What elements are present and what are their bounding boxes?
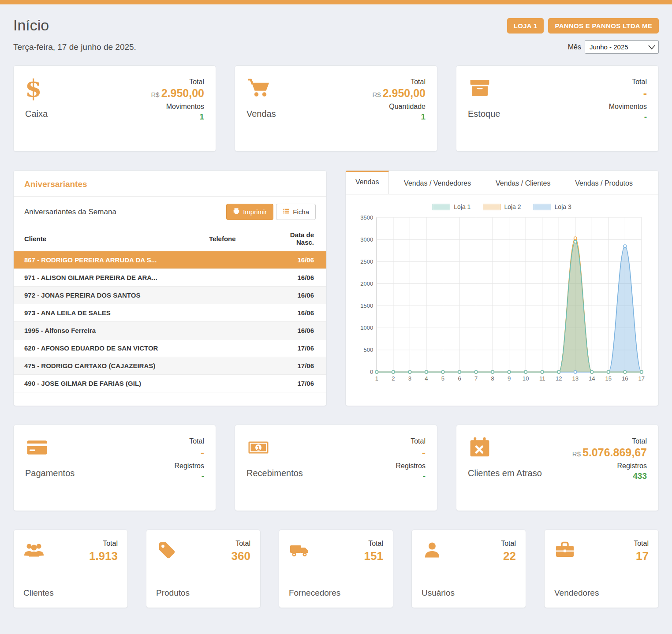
pagamentos-card: Pagamentos Total - Registros - (13, 425, 216, 511)
card-title: Estoque (468, 109, 500, 119)
month-picker: Mês Junho - 2025 (568, 40, 659, 54)
user-icon (422, 540, 443, 561)
svg-text:3: 3 (408, 375, 411, 382)
svg-text:15: 15 (605, 375, 612, 382)
header: Início LOJA 1 PANNOS E PANNOS LTDA ME (13, 11, 659, 40)
users-icon (23, 540, 45, 561)
metric-value: R$5.076.869,67 (572, 445, 647, 460)
metric-value: 1.913 (89, 549, 118, 563)
list-icon (283, 208, 290, 216)
tag-icon (156, 540, 177, 561)
clientes-card: Clientes Total 1.913 (13, 530, 128, 608)
card-title: Clientes (23, 588, 54, 598)
client-name: 973 - ANA LEILA DE SALES (14, 304, 198, 322)
card-title: Clientes em Atraso (468, 468, 542, 478)
metric-value: 360 (231, 549, 250, 563)
metric-value: - (174, 470, 204, 483)
svg-text:5: 5 (441, 375, 444, 382)
tab-vendas[interactable]: Vendas (346, 171, 389, 194)
date-row: Terça-feira, 17 de junho de 2025. Mês Ju… (13, 40, 659, 54)
chart-body: Loja 1Loja 2Loja 3 050010001500200025003… (346, 194, 658, 392)
card-title: Fornecedores (289, 588, 340, 598)
svg-text:3000: 3000 (360, 236, 373, 243)
truck-icon (289, 540, 310, 561)
metric-label: Registros (174, 462, 204, 470)
briefcase-icon (554, 540, 575, 561)
chart-tabs: Vendas Vendas / Vendedores Vendas / Clie… (346, 171, 658, 194)
client-phone (198, 304, 265, 322)
svg-text:2000: 2000 (360, 280, 373, 287)
svg-text:1000: 1000 (360, 324, 373, 331)
client-phone (198, 322, 265, 339)
legend-item[interactable]: Loja 3 (534, 203, 571, 210)
client-birthdate: 17/06 (265, 375, 326, 392)
credit-card-icon (25, 436, 49, 459)
svg-text:2500: 2500 (360, 258, 373, 265)
tab-vendas-vendedores[interactable]: Vendas / Vendedores (394, 171, 481, 194)
column-header-telefone: Telefone (198, 227, 265, 251)
cart-icon (246, 76, 270, 100)
svg-text:13: 13 (572, 375, 579, 382)
metric-label: Movimentos (609, 103, 647, 111)
birthday-row[interactable]: 620 - AFONSO EDUARDO DE SAN VICTOR 17/06 (14, 339, 326, 357)
sales-chart: 0500100015002000250030003500123456789101… (355, 211, 649, 388)
card-title: Produtos (156, 588, 190, 598)
metric-value: 151 (364, 549, 383, 563)
tab-vendas-produtos[interactable]: Vendas / Produtos (565, 171, 642, 194)
client-birthdate: 16/06 (265, 251, 326, 269)
birthday-row[interactable]: 867 - RODRIGO PEREIRA ARRUDA DA S... 16/… (14, 251, 326, 269)
birthdays-subtitle: Aniversariantes da Semana (24, 208, 116, 216)
svg-text:10: 10 (523, 375, 529, 382)
page-title: Início (13, 17, 49, 34)
client-birthdate: 17/06 (265, 339, 326, 357)
metric-value: - (396, 470, 426, 483)
birthday-row[interactable]: 475 - RODRIGO CARTAXO (CAJAZEIRAS) 17/06 (14, 357, 326, 375)
legend-item[interactable]: Loja 2 (483, 203, 521, 210)
client-name: 620 - AFONSO EDUARDO DE SAN VICTOR (14, 339, 198, 357)
middle-panels: Aniversariantes Aniversariantes da Seman… (13, 170, 659, 406)
store-button[interactable]: LOJA 1 (507, 18, 544, 34)
metric-label: Total (609, 78, 647, 86)
bottom-stat-cards: Clientes Total 1.913 Produtos Total 360 (13, 530, 659, 608)
currency-prefix: R$ (151, 91, 159, 98)
metric-label: Registros (396, 462, 426, 470)
client-name: 475 - RODRIGO CARTAXO (CAJAZEIRAS) (14, 357, 198, 375)
birthday-row[interactable]: 973 - ANA LEILA DE SALES 16/06 (14, 304, 326, 322)
metric-value: 433 (572, 470, 647, 483)
metric-label: Total (572, 437, 647, 445)
print-button[interactable]: Imprimir (226, 204, 273, 220)
metric-value: 1 (372, 111, 426, 123)
client-birthdate: 16/06 (265, 304, 326, 322)
birthdays-header: Aniversariantes (14, 171, 326, 197)
metric-label: Total (174, 437, 204, 445)
ficha-button[interactable]: Ficha (276, 204, 316, 220)
metric-label: Total (151, 78, 204, 86)
month-select[interactable]: Junho - 2025 (585, 40, 659, 54)
svg-text:500: 500 (363, 347, 373, 353)
caixa-card: $ Caixa Total R$2.950,00 Movimentos 1 (13, 65, 216, 152)
tab-vendas-clientes[interactable]: Vendas / Clientes (486, 171, 560, 194)
birthday-row[interactable]: 972 - JONAS PEREIRA DOS SANTOS 16/06 (14, 287, 326, 304)
birthday-row[interactable]: 971 - ALISON GILMAR PEREIRA DE ARA... 16… (14, 269, 326, 287)
birthday-row[interactable]: 490 - JOSE GILMAR DE FARIAS (GIL) 17/06 (14, 375, 326, 392)
metric-label: Total (501, 540, 516, 548)
legend-item[interactable]: Loja 1 (433, 203, 470, 210)
svg-text:8: 8 (491, 375, 494, 382)
vendedores-card: Vendedores Total 17 (544, 530, 659, 608)
svg-text:17: 17 (638, 375, 645, 382)
birthdays-panel: Aniversariantes Aniversariantes da Seman… (13, 170, 327, 406)
client-birthdate: 16/06 (265, 287, 326, 304)
printer-icon (233, 208, 240, 216)
svg-text:16: 16 (622, 375, 628, 382)
metric-label: Total (231, 540, 250, 548)
birthday-row[interactable]: 1995 - Alfonso Ferreira 16/06 (14, 322, 326, 339)
currency-prefix: R$ (372, 91, 381, 98)
card-title: Vendedores (554, 588, 599, 598)
metric-value: - (174, 445, 204, 460)
client-phone (198, 375, 265, 392)
company-button[interactable]: PANNOS E PANNOS LTDA ME (548, 18, 659, 34)
svg-text:9: 9 (508, 375, 511, 382)
legend-swatch (433, 204, 450, 210)
client-birthdate: 17/06 (265, 357, 326, 375)
client-phone (198, 251, 265, 269)
